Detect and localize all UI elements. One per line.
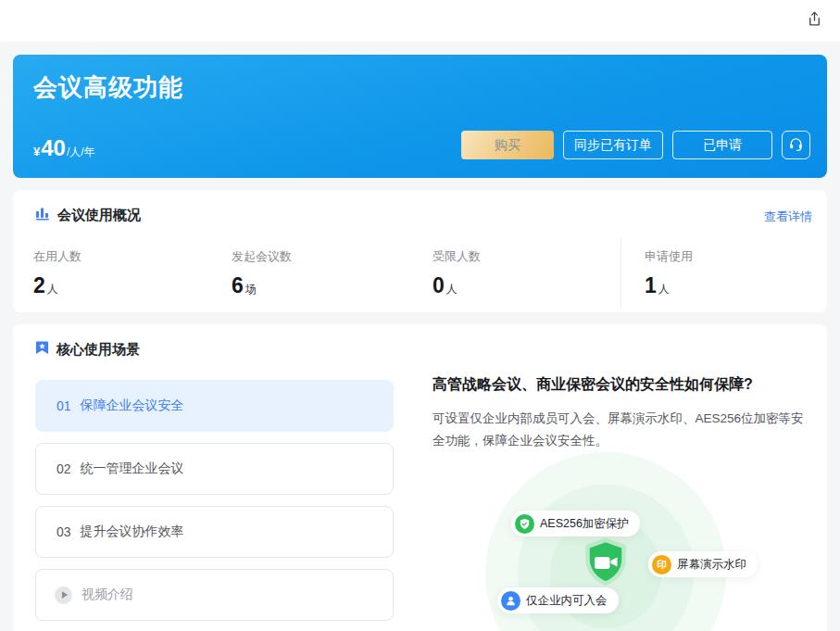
- badge-screen-watermark: 印 屏幕演示水印: [648, 551, 758, 577]
- bar-chart-icon: [35, 206, 50, 224]
- stat-meetings-started: 发起会议数 6 场: [232, 248, 292, 298]
- stat-restricted-users: 受限人数 0 人: [433, 248, 481, 298]
- usage-card-header: 会议使用概况: [35, 206, 141, 224]
- scenario-label: 提升会议协作效率: [81, 524, 184, 540]
- stat-value: 6: [232, 273, 244, 298]
- scenario-number: 03: [56, 524, 71, 539]
- stat-unit: 场: [245, 282, 257, 297]
- watermark-icon: 印: [652, 555, 671, 574]
- usage-card-title: 会议使用概况: [57, 207, 141, 224]
- badge-label: AES256加密保护: [540, 516, 629, 532]
- stat-label: 受限人数: [433, 248, 481, 265]
- bookmark-star-icon: [35, 340, 49, 359]
- badge-label: 仅企业内可入会: [526, 593, 608, 609]
- stat-value: 2: [33, 273, 45, 298]
- core-scenarios-card: 核心使用场景 01 保障企业会议安全 02 统一管理企业会议 03 提升会议协作…: [13, 324, 827, 631]
- product-banner: 会议高级功能 ¥ 40 /人/年 购买 同步已有订单 已申请: [13, 55, 827, 178]
- price-unit: /人/年: [67, 145, 95, 160]
- stat-value: 1: [645, 273, 657, 298]
- top-bar: [0, 0, 840, 42]
- page: 会议高级功能 ¥ 40 /人/年 购买 同步已有订单 已申请: [0, 0, 840, 631]
- badge-internal-members-only: 仅企业内可入会: [497, 587, 619, 613]
- stat-unit: 人: [658, 282, 670, 297]
- play-icon: [55, 587, 72, 604]
- stat-label: 申请使用: [645, 248, 693, 265]
- scenario-number: 01: [56, 398, 71, 413]
- scenarios-card-title: 核心使用场景: [56, 341, 140, 359]
- scenarios-card-header: 核心使用场景: [35, 340, 140, 359]
- price-currency: ¥: [33, 145, 40, 158]
- scenario-item-security[interactable]: 01 保障企业会议安全: [35, 380, 394, 432]
- stat-divider: [621, 238, 621, 309]
- scenario-item-efficiency[interactable]: 03 提升会议协作效率: [35, 506, 394, 558]
- stat-active-users: 在用人数 2 人: [33, 248, 81, 298]
- person-icon: [501, 591, 520, 611]
- stat-label: 发起会议数: [232, 248, 292, 265]
- stat-apply-usage: 申请使用 1 人: [645, 248, 693, 298]
- price-amount: 40: [41, 135, 66, 161]
- watermark-char: 印: [657, 560, 667, 570]
- buy-button[interactable]: 购买: [461, 131, 554, 159]
- sync-orders-button[interactable]: 同步已有订单: [563, 131, 663, 159]
- badge-label: 屏幕演示水印: [677, 557, 746, 573]
- scenario-detail-body: 可设置仅企业内部成员可入会、屏幕演示水印、AES256位加密等安全功能，保障企业…: [433, 408, 814, 451]
- video-intro-label: 视频介绍: [81, 587, 133, 603]
- scenario-number: 02: [56, 461, 71, 476]
- share-button[interactable]: [804, 10, 824, 31]
- shield-check-icon: [515, 514, 534, 534]
- scenario-label: 统一管理企业会议: [81, 461, 184, 477]
- stat-label: 在用人数: [33, 248, 81, 265]
- scenario-item-management[interactable]: 02 统一管理企业会议: [35, 443, 394, 495]
- video-intro-item[interactable]: 视频介绍: [35, 569, 394, 621]
- stat-value: 0: [433, 273, 445, 298]
- headset-icon: [788, 136, 804, 155]
- meeting-shield-icon: [582, 537, 630, 593]
- banner-actions: 购买 同步已有订单 已申请: [461, 131, 810, 159]
- stat-unit: 人: [47, 282, 58, 297]
- price: ¥ 40 /人/年: [33, 135, 95, 161]
- page-title: 会议高级功能: [33, 71, 183, 104]
- usage-overview-card: 会议使用概况 查看详情 在用人数 2 人 发起会议数 6 场 受限人数 0 人: [13, 190, 827, 312]
- support-button[interactable]: [782, 131, 810, 159]
- stat-unit: 人: [446, 282, 458, 297]
- applied-button[interactable]: 已申请: [672, 131, 772, 159]
- scenario-label: 保障企业会议安全: [81, 398, 184, 414]
- scenario-detail-heading: 高管战略会议、商业保密会议的安全性如何保障?: [433, 375, 803, 395]
- view-details-link[interactable]: 查看详情: [764, 208, 812, 225]
- share-icon: [806, 10, 823, 32]
- badge-aes-encryption: AES256加密保护: [511, 511, 640, 536]
